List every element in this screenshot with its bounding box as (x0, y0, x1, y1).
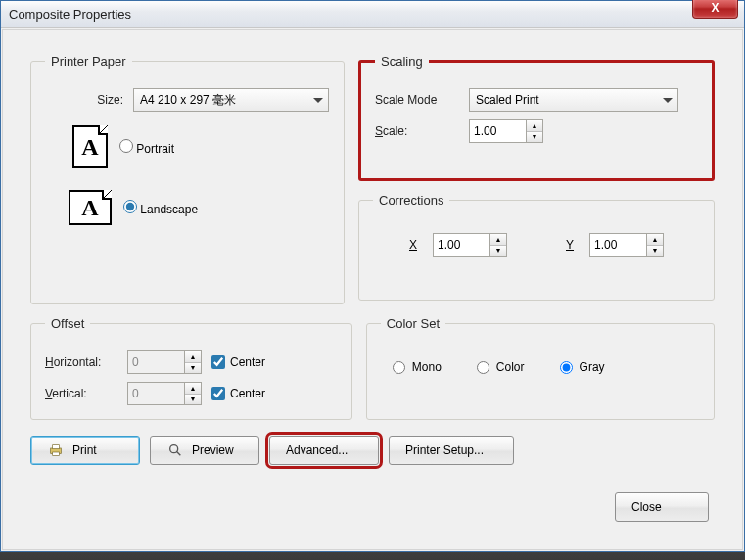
spin-up-icon[interactable]: ▲ (490, 234, 506, 246)
print-button[interactable]: Print (30, 436, 140, 465)
horizontal-spinner[interactable]: ▲▼ (127, 350, 202, 374)
portrait-radio-label[interactable]: Portrait (119, 139, 174, 156)
spin-down-icon[interactable]: ▼ (647, 246, 663, 257)
offset-group: Offset Horizontal: ▲▼ Center Vert (30, 316, 352, 420)
spin-down-icon[interactable]: ▼ (185, 395, 201, 405)
spin-up-icon[interactable]: ▲ (185, 351, 201, 363)
gray-radio-label[interactable]: Gray (560, 360, 605, 374)
scale-spinner[interactable]: ▲▼ (469, 119, 543, 143)
scale-mode-label: Scale Mode (375, 93, 469, 107)
svg-rect-1 (53, 445, 60, 449)
offset-legend: Offset (45, 316, 90, 331)
horizontal-input (127, 350, 184, 374)
printer-icon (47, 443, 65, 458)
h-center-checkbox-label[interactable]: Center (211, 355, 265, 369)
vertical-input (127, 382, 184, 405)
landscape-radio[interactable] (123, 200, 137, 213)
correction-x-spinner[interactable]: ▲▼ (433, 233, 507, 257)
paper-size-select[interactable]: A4 210 x 297 毫米 (133, 88, 329, 112)
client-area: Printer Paper Size: A4 210 x 297 毫米 A (2, 29, 743, 550)
color-radio-label[interactable]: Color (477, 360, 525, 374)
preview-button[interactable]: Preview (150, 436, 259, 465)
printer-setup-button[interactable]: Printer Setup... (389, 436, 514, 465)
correction-y-spinner[interactable]: ▲▼ (589, 233, 664, 257)
mono-radio[interactable] (393, 361, 405, 374)
titlebar: Composite Properties X (1, 1, 744, 28)
spin-up-icon[interactable]: ▲ (527, 120, 542, 132)
corrections-legend: Corrections (373, 193, 449, 208)
scaling-group: Scaling Scale Mode Scaled Print Scale: (358, 54, 715, 181)
printer-paper-group: Printer Paper Size: A4 210 x 297 毫米 A (30, 54, 345, 304)
size-label: Size: (45, 93, 133, 107)
close-icon: X (711, 1, 719, 15)
vertical-label: Vertical: (45, 387, 127, 400)
advanced-button[interactable]: Advanced... (269, 436, 379, 465)
correction-y-input[interactable] (589, 233, 646, 257)
close-button[interactable]: X (692, 0, 738, 19)
svg-line-4 (176, 451, 180, 455)
correction-y-label: Y (566, 238, 574, 252)
scale-mode-select[interactable]: Scaled Print (469, 88, 678, 112)
portrait-icon: A (72, 125, 108, 168)
corrections-group: Corrections X ▲▼ Y ▲▼ (358, 193, 715, 301)
portrait-radio[interactable] (119, 139, 133, 153)
gray-radio[interactable] (560, 361, 573, 374)
correction-x-label: X (409, 238, 417, 252)
svg-rect-2 (53, 452, 60, 455)
action-buttons: Print Preview Advanced... Printer Setup.… (30, 436, 715, 465)
close-dialog-button[interactable]: Close (615, 492, 709, 522)
spin-down-icon[interactable]: ▼ (490, 246, 506, 257)
horizontal-label: Horizontal: (45, 355, 127, 369)
spin-up-icon[interactable]: ▲ (647, 234, 663, 246)
spin-down-icon[interactable]: ▼ (185, 363, 201, 374)
scaling-legend: Scaling (375, 54, 429, 69)
scale-input[interactable] (469, 119, 526, 143)
landscape-radio-label[interactable]: Landscape (123, 200, 198, 216)
footer: Close (30, 492, 715, 522)
v-center-checkbox-label[interactable]: Center (211, 387, 265, 400)
window-title: Composite Properties (9, 7, 131, 22)
color-radio[interactable] (477, 361, 489, 374)
h-center-checkbox[interactable] (211, 355, 225, 369)
magnifier-icon (166, 443, 184, 458)
landscape-icon: A (69, 190, 112, 225)
colorset-legend: Color Set (381, 316, 445, 331)
colorset-group: Color Set Mono Color Gray (366, 316, 715, 420)
v-center-checkbox[interactable] (211, 387, 225, 400)
dialog-window: Composite Properties X Printer Paper Siz… (0, 0, 745, 552)
vertical-spinner[interactable]: ▲▼ (127, 382, 202, 405)
printer-paper-legend: Printer Paper (45, 54, 132, 69)
correction-x-input[interactable] (433, 233, 489, 257)
mono-radio-label[interactable]: Mono (393, 360, 442, 374)
spin-up-icon[interactable]: ▲ (185, 383, 201, 395)
scale-label: Scale: (375, 124, 469, 138)
spin-down-icon[interactable]: ▼ (527, 132, 542, 143)
